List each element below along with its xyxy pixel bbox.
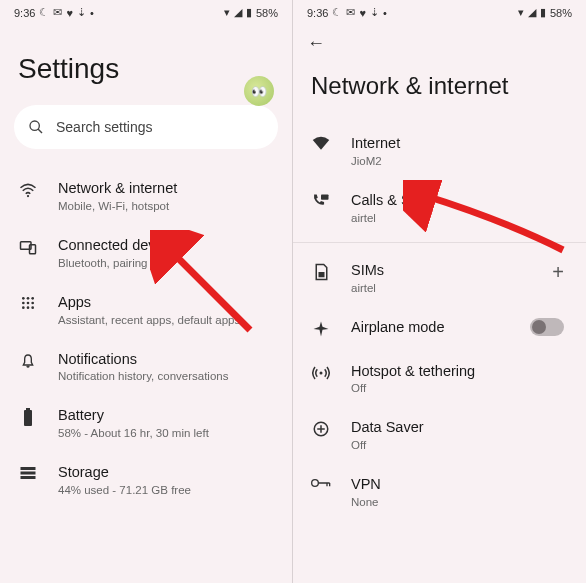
status-battery: 58% <box>256 7 278 19</box>
vpn-key-icon <box>311 477 331 489</box>
page-title: Network & internet <box>293 54 586 122</box>
item-subtitle: airtel <box>351 282 532 294</box>
hotspot-icon <box>312 364 330 382</box>
svg-point-2 <box>27 195 29 197</box>
item-title: Battery <box>58 406 274 425</box>
wifi-solid-icon <box>312 136 330 150</box>
svg-point-5 <box>22 297 25 300</box>
net-sims[interactable]: SIMs airtel + <box>293 249 586 306</box>
item-subtitle: Off <box>351 382 568 394</box>
item-title: Internet <box>351 134 568 153</box>
setting-notifications[interactable]: Notifications Notification history, conv… <box>0 338 292 395</box>
phone-sms-icon <box>312 193 330 211</box>
signal-icon: ◢ <box>234 6 242 19</box>
item-title: SIMs <box>351 261 532 280</box>
item-title: Notifications <box>58 350 274 369</box>
svg-rect-14 <box>24 410 32 426</box>
search-placeholder: Search settings <box>56 119 153 135</box>
network-internet-screen: 9:36 ☾ ✉ ♥ ⇣ • ▾ ◢ ▮ 58% ← Network & int… <box>293 0 586 583</box>
battery-icon: ▮ <box>246 6 252 19</box>
setting-apps[interactable]: Apps Assistant, recent apps, default app… <box>0 281 292 338</box>
svg-point-8 <box>22 301 25 304</box>
search-icon <box>28 119 44 135</box>
data-saver-icon <box>312 420 330 438</box>
net-airplane-mode[interactable]: Airplane mode <box>293 306 586 350</box>
avatar[interactable] <box>244 76 274 106</box>
item-title: VPN <box>351 475 568 494</box>
item-title: Network & internet <box>58 179 274 198</box>
download-icon: ⇣ <box>77 6 86 19</box>
dot-icon: • <box>383 7 387 19</box>
status-bar: 9:36 ☾ ✉ ♥ ⇣ • ▾ ◢ ▮ 58% <box>0 0 292 23</box>
apps-icon <box>20 295 36 311</box>
svg-rect-20 <box>318 272 324 277</box>
divider <box>293 242 586 243</box>
item-title: Storage <box>58 463 274 482</box>
item-subtitle: Off <box>351 439 568 451</box>
item-title: Hotspot & tethering <box>351 362 568 381</box>
svg-point-7 <box>31 297 34 300</box>
airplane-icon <box>312 320 330 338</box>
wifi-icon: ▾ <box>518 6 524 19</box>
svg-point-12 <box>27 306 30 309</box>
setting-battery[interactable]: Battery 58% - About 16 hr, 30 min left <box>0 394 292 451</box>
svg-rect-17 <box>21 472 36 475</box>
status-time: 9:36 <box>14 7 35 19</box>
item-title: Airplane mode <box>351 318 510 337</box>
net-vpn[interactable]: VPN None <box>293 463 586 520</box>
item-subtitle: 44% used - 71.21 GB free <box>58 484 274 496</box>
storage-icon <box>19 465 37 481</box>
net-hotspot[interactable]: Hotspot & tethering Off <box>293 350 586 407</box>
download-icon: ⇣ <box>370 6 379 19</box>
settings-screen: 9:36 ☾ ✉ ♥ ⇣ • ▾ ◢ ▮ 58% Settings Search… <box>0 0 293 583</box>
svg-point-9 <box>27 301 30 304</box>
item-subtitle: JioM2 <box>351 155 568 167</box>
svg-point-10 <box>31 301 34 304</box>
svg-line-1 <box>38 129 42 133</box>
item-subtitle: Bluetooth, pairing <box>58 257 274 269</box>
mail-icon: ✉ <box>53 6 62 19</box>
sim-icon <box>314 263 329 281</box>
svg-point-6 <box>27 297 30 300</box>
svg-rect-16 <box>21 467 36 470</box>
item-title: Apps <box>58 293 274 312</box>
status-bar: 9:36 ☾ ✉ ♥ ⇣ • ▾ ◢ ▮ 58% <box>293 0 586 23</box>
devices-icon <box>19 238 37 256</box>
net-internet[interactable]: Internet JioM2 <box>293 122 586 179</box>
svg-point-0 <box>30 121 39 130</box>
svg-point-13 <box>31 306 34 309</box>
airplane-toggle[interactable] <box>530 318 564 336</box>
wifi-icon <box>19 181 37 199</box>
mail-icon: ✉ <box>346 6 355 19</box>
wifi-icon: ▾ <box>224 6 230 19</box>
net-data-saver[interactable]: Data Saver Off <box>293 406 586 463</box>
item-subtitle: Notification history, conversations <box>58 370 274 382</box>
item-subtitle: airtel <box>351 212 568 224</box>
item-title: Data Saver <box>351 418 568 437</box>
dot-icon: • <box>90 7 94 19</box>
item-subtitle: None <box>351 496 568 508</box>
signal-icon: ◢ <box>528 6 536 19</box>
item-title: Connected devices <box>58 236 274 255</box>
svg-point-11 <box>22 306 25 309</box>
net-calls-sms[interactable]: Calls & SMS airtel <box>293 179 586 236</box>
setting-storage[interactable]: Storage 44% used - 71.21 GB free <box>0 451 292 508</box>
battery-icon: ▮ <box>540 6 546 19</box>
svg-point-23 <box>312 480 319 487</box>
item-subtitle: Mobile, Wi-Fi, hotspot <box>58 200 274 212</box>
search-settings[interactable]: Search settings <box>14 105 278 149</box>
svg-point-21 <box>320 371 323 374</box>
heart-icon: ♥ <box>359 7 366 19</box>
status-battery: 58% <box>550 7 572 19</box>
item-title: Calls & SMS <box>351 191 568 210</box>
status-time: 9:36 <box>307 7 328 19</box>
svg-rect-18 <box>21 476 36 479</box>
setting-network-internet[interactable]: Network & internet Mobile, Wi-Fi, hotspo… <box>0 167 292 224</box>
svg-rect-19 <box>321 194 329 199</box>
add-sim-button[interactable]: + <box>552 261 564 284</box>
back-button[interactable]: ← <box>307 33 325 53</box>
setting-connected-devices[interactable]: Connected devices Bluetooth, pairing <box>0 224 292 281</box>
moon-icon: ☾ <box>39 6 49 19</box>
item-subtitle: 58% - About 16 hr, 30 min left <box>58 427 274 439</box>
moon-icon: ☾ <box>332 6 342 19</box>
